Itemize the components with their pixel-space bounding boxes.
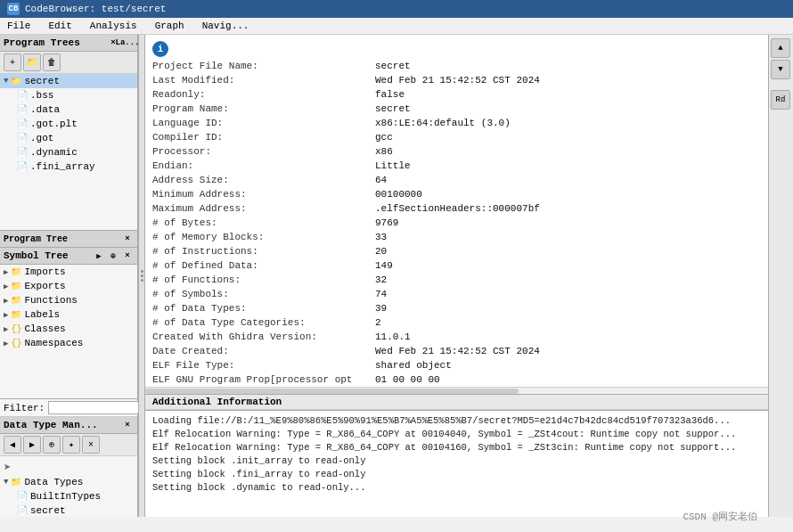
h-scrollbar[interactable] xyxy=(145,387,768,394)
symbol-tree-label: Symbol Tree xyxy=(4,250,69,261)
prop-label-8: Address Size: xyxy=(152,173,375,187)
tree-item-got[interactable]: 📄 .got xyxy=(0,131,137,145)
dt-secret[interactable]: 📄 secret xyxy=(0,503,137,517)
prop-value-22: 01 00 00 00 xyxy=(375,372,761,387)
dt-arrow-row: ➤ xyxy=(4,460,137,475)
prop-row-6: Processor: x86 xyxy=(145,144,768,159)
sym-classes[interactable]: ▶ {} Classes xyxy=(0,322,137,336)
prop-value-18: 2 xyxy=(375,315,761,330)
prop-label-1: Last Modified: xyxy=(152,73,375,87)
sym-functions-label: Functions xyxy=(24,295,77,306)
dt-close[interactable]: × xyxy=(121,419,134,431)
dt-back-btn[interactable]: ◀ xyxy=(4,436,21,454)
prop-row-22: ELF GNU Program Prop[processor opt 0xc00… xyxy=(145,372,768,387)
dt-datatypes-label: Data Types xyxy=(24,477,83,487)
prop-value-8: 64 xyxy=(375,173,761,187)
dt-datatypes[interactable]: ▼ 📁 Data Types xyxy=(0,475,137,489)
menu-file[interactable]: File xyxy=(4,20,34,32)
prop-value-5: gcc xyxy=(375,130,761,144)
sym-namespaces-label: Namespaces xyxy=(24,338,83,348)
prop-row-12: # of Memory Blocks: 33 xyxy=(145,230,768,244)
sym-icon2[interactable]: ⊕ xyxy=(107,250,119,262)
prop-row-14: # of Defined Data: 149 xyxy=(145,258,768,273)
prop-value-21: shared object xyxy=(375,358,761,372)
app-icon: CB xyxy=(7,3,20,15)
menu-bar: File Edit Analysis Graph Navig... xyxy=(0,18,793,35)
menu-analysis[interactable]: Analysis xyxy=(86,20,141,32)
file-icon-bss: 📄 xyxy=(16,89,29,102)
mid-resize-handle[interactable] xyxy=(138,35,145,517)
tree-label-secret: secret xyxy=(24,76,60,86)
sym-imports-label: Imports xyxy=(24,266,65,277)
title-bar: CB CodeBrowser: test/secret xyxy=(0,0,793,18)
tree-label-finiarray: .fini_array xyxy=(30,161,95,172)
h-scrollbar-thumb[interactable] xyxy=(145,389,519,394)
data-type-toolbar: ◀ ▶ ⊕ ✦ × xyxy=(0,434,137,456)
dt-add-btn[interactable]: ⊕ xyxy=(43,436,61,454)
dt-builtintypes[interactable]: 📄 BuiltInTypes xyxy=(0,489,137,503)
sym-close[interactable]: × xyxy=(121,250,134,262)
console-area: Loading file://B:/11_%E9%80%86%E5%90%91%… xyxy=(145,410,768,517)
tree-item-bss[interactable]: 📄 .bss xyxy=(0,88,137,102)
sym-icon1[interactable]: ▶ xyxy=(93,250,105,262)
program-trees-tab[interactable]: La... xyxy=(121,37,134,49)
prog-del-btn[interactable]: 🗑 xyxy=(43,53,61,71)
title-label: CodeBrowser: test/secret xyxy=(25,4,166,14)
prop-label-21: ELF File Type: xyxy=(152,358,375,372)
tree-item-secret[interactable]: ▼ 📁 secret xyxy=(0,74,137,88)
menu-navig[interactable]: Navig... xyxy=(199,20,253,32)
prog-folder-btn[interactable]: 📁 xyxy=(23,53,41,71)
prop-label-13: # of Instructions: xyxy=(152,244,375,258)
prop-row-8: Address Size: 64 xyxy=(145,173,768,187)
program-trees-content: ▼ 📁 secret 📄 .bss 📄 .data 📄 . xyxy=(0,74,137,230)
prop-value-20: Wed Feb 21 15:42:52 CST 2024 xyxy=(375,344,761,358)
filter-label: Filter: xyxy=(4,403,45,413)
tree-item-finiarray[interactable]: 📄 .fini_array xyxy=(0,160,137,174)
file-icon-dynamic: 📄 xyxy=(16,146,29,159)
info-panel: i Project File Name: secret Last Modifie… xyxy=(145,35,768,517)
prop-label-20: Date Created: xyxy=(152,344,375,358)
prop-value-6: x86 xyxy=(375,144,761,159)
handle-dot-1 xyxy=(141,270,143,273)
folder-icon-classes: {} xyxy=(10,323,22,335)
dt-fwd-btn[interactable]: ▶ xyxy=(23,436,41,454)
folder-icon-namespaces: {} xyxy=(10,337,22,349)
dt-star-btn[interactable]: ✦ xyxy=(62,436,80,454)
prop-row-10: Maximum Address: .elfSectionHeaders::000… xyxy=(145,201,768,216)
sym-exports[interactable]: ▶ 📁 Exports xyxy=(0,279,137,293)
left-panel: Program Trees × La... + 📁 🗑 ▼ 📁 secret xyxy=(0,35,138,517)
program-tree-close[interactable]: × xyxy=(121,233,134,245)
prop-label-4: Language ID: xyxy=(152,116,375,130)
dt-x-btn[interactable]: × xyxy=(82,436,100,454)
folder-icon-labels: 📁 xyxy=(10,308,22,321)
expand-exports: ▶ xyxy=(4,282,8,291)
prog-add-btn[interactable]: + xyxy=(4,53,21,71)
sym-namespaces[interactable]: ▶ {} Namespaces xyxy=(0,336,137,350)
right-btn-rd[interactable]: Rd xyxy=(771,90,790,110)
right-btn-1[interactable]: ▲ xyxy=(771,38,790,58)
right-btn-2[interactable]: ▼ xyxy=(771,60,790,79)
sym-functions[interactable]: ▶ 📁 Functions xyxy=(0,293,137,307)
menu-graph[interactable]: Graph xyxy=(151,20,188,32)
expand-classes: ▶ xyxy=(4,324,8,334)
console-line-0: Loading file://B:/11_%E9%80%86%E5%90%91%… xyxy=(152,414,761,428)
tree-item-gotplt[interactable]: 📄 .got.plt xyxy=(0,117,137,131)
tree-item-data[interactable]: 📄 .data xyxy=(0,102,137,117)
file-icon-builtintypes: 📄 xyxy=(16,490,29,503)
prop-row-15: # of Functions: 32 xyxy=(145,273,768,287)
prop-row-13: # of Instructions: 20 xyxy=(145,244,768,258)
prop-row-17: # of Data Types: 39 xyxy=(145,301,768,315)
prop-value-14: 149 xyxy=(375,258,761,273)
prop-row-9: Minimum Address: 00100000 xyxy=(145,187,768,201)
file-icon-gotplt: 📄 xyxy=(16,118,29,130)
sym-imports[interactable]: ▶ 📁 Imports xyxy=(0,265,137,279)
menu-edit[interactable]: Edit xyxy=(45,20,75,32)
right-panel: i Project File Name: secret Last Modifie… xyxy=(145,35,768,517)
program-trees-section: Program Trees × La... + 📁 🗑 ▼ 📁 secret xyxy=(0,35,137,231)
symbol-tree-content: ▶ 📁 Imports ▶ 📁 Exports ▶ 📁 Functions ▶ … xyxy=(0,265,137,398)
prop-value-4: x86:LE:64:default (3.0) xyxy=(375,116,761,130)
sym-labels[interactable]: ▶ 📁 Labels xyxy=(0,307,137,322)
tree-item-dynamic[interactable]: 📄 .dynamic xyxy=(0,145,137,160)
folder-icon-functions: 📁 xyxy=(10,294,22,307)
expand-functions: ▶ xyxy=(4,296,8,306)
